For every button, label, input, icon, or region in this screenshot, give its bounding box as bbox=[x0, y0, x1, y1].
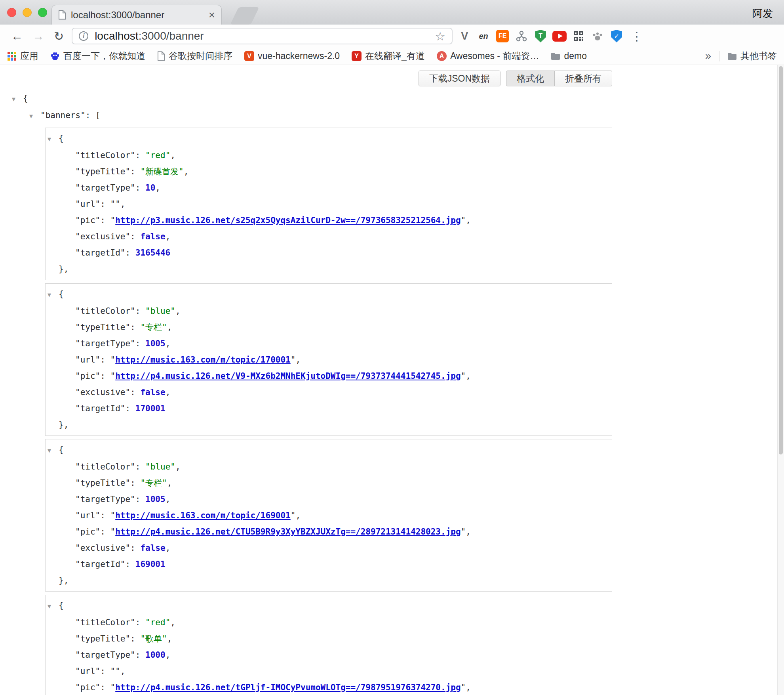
scrollbar-thumb[interactable] bbox=[779, 66, 783, 454]
json-object-close-line: }, bbox=[46, 417, 612, 433]
fe-extension-icon[interactable]: FE bbox=[495, 29, 510, 43]
json-key: typeTitle bbox=[75, 478, 130, 488]
url-text[interactable]: localhost:3000/banner bbox=[95, 30, 435, 42]
quote: " bbox=[461, 371, 466, 381]
json-url-link[interactable]: http://p4.music.126.net/tGPljf-IMOCyPvum… bbox=[115, 683, 461, 692]
network-nodes-icon bbox=[516, 30, 527, 42]
awesomes-badge-icon: A bbox=[437, 51, 447, 61]
reload-button[interactable]: ↻ bbox=[54, 29, 64, 43]
bookmark-apps[interactable]: 应用 bbox=[7, 50, 38, 62]
bookmark-vue-hackernews[interactable]: V vue-hackernews-2.0 bbox=[244, 51, 340, 61]
collapse-toggle-icon[interactable]: ▼ bbox=[48, 287, 59, 303]
bookmark-google-sort[interactable]: 谷歌按时间排序 bbox=[157, 50, 232, 62]
json-key: url bbox=[75, 666, 100, 676]
bookmarks-overflow-icon[interactable]: » bbox=[705, 50, 711, 62]
vue-badge-icon: V bbox=[244, 51, 254, 61]
browser-toolbar: ← → ↻ i localhost:3000/banner ☆ V en FE … bbox=[0, 25, 784, 48]
json-string-value: red bbox=[145, 618, 170, 627]
qr-code-extension-icon[interactable] bbox=[571, 29, 586, 43]
colon: : bbox=[100, 511, 110, 520]
json-url-link[interactable]: http://music.163.com/m/topic/170001 bbox=[115, 355, 291, 365]
vimium-extension-icon[interactable]: V bbox=[457, 29, 472, 43]
maximize-window-button[interactable] bbox=[38, 8, 47, 17]
json-field-line: targetType: 1005, bbox=[46, 491, 612, 508]
org-chart-extension-icon[interactable] bbox=[514, 29, 529, 43]
json-key: targetId bbox=[75, 404, 125, 413]
collapse-all-button[interactable]: 折叠所有 bbox=[555, 71, 612, 86]
address-bar[interactable]: i localhost:3000/banner ☆ bbox=[72, 28, 453, 44]
json-key: pic bbox=[75, 371, 100, 381]
vertical-scrollbar bbox=[777, 65, 784, 695]
banner-object-box: ▼{titleColor: red,typeTitle: 歌单,targetTy… bbox=[45, 595, 612, 695]
bookmarks-bar: 应用 百度一下，你就知道 谷歌按时间排序 V vue-hackernews-2.… bbox=[0, 48, 784, 65]
back-button[interactable]: ← bbox=[11, 29, 23, 43]
paw-extension-icon[interactable] bbox=[590, 29, 605, 43]
quote: " bbox=[461, 216, 466, 225]
new-tab-button[interactable] bbox=[230, 7, 259, 25]
json-banners-line: ▼banners: [ bbox=[23, 107, 776, 124]
download-json-button[interactable]: 下载JSON数据 bbox=[419, 71, 500, 86]
quote: " bbox=[461, 527, 466, 537]
json-empty-string-value: "" bbox=[110, 199, 120, 209]
browser-profile-name[interactable]: 阿发 bbox=[752, 7, 773, 21]
json-url-link[interactable]: http://p3.music.126.net/s25q2x5QyqsAzilC… bbox=[115, 216, 461, 225]
bookmark-youdao-translate[interactable]: Y 在线翻译_有道 bbox=[352, 50, 425, 62]
qr-code-icon bbox=[573, 31, 584, 42]
bookmark-star-icon[interactable]: ☆ bbox=[435, 29, 445, 43]
json-url-link[interactable]: http://p4.music.126.net/CTU5B9R9y3XyYBZX… bbox=[115, 527, 461, 537]
quote: " bbox=[110, 371, 116, 381]
colon: : bbox=[135, 339, 145, 348]
forward-button[interactable]: → bbox=[32, 29, 44, 43]
colon: : bbox=[125, 559, 135, 569]
json-key: pic bbox=[75, 683, 100, 692]
collapse-toggle-icon[interactable]: ▼ bbox=[48, 443, 59, 459]
json-field-line: targetId: 169001 bbox=[46, 556, 612, 573]
json-key: url bbox=[75, 511, 100, 520]
json-url-link[interactable]: http://p4.music.126.net/V9-MXz6b2MNhEKju… bbox=[115, 371, 461, 381]
json-key: titleColor bbox=[75, 618, 135, 627]
collapse-toggle-icon[interactable]: ▼ bbox=[48, 131, 59, 147]
bookmark-demo-folder[interactable]: demo bbox=[551, 51, 587, 61]
browser-menu-icon[interactable]: ⋮ bbox=[631, 29, 643, 43]
collapse-toggle-icon[interactable]: ▼ bbox=[12, 91, 23, 107]
close-window-button[interactable] bbox=[7, 8, 16, 17]
json-key: url bbox=[75, 199, 100, 209]
collapse-toggle-icon[interactable]: ▼ bbox=[29, 108, 40, 124]
translate-extension-icon[interactable]: en bbox=[476, 29, 491, 43]
json-string-value: blue bbox=[145, 306, 175, 316]
bookmark-awesomes[interactable]: A Awesomes - 前端资… bbox=[437, 50, 539, 62]
comma: , bbox=[466, 527, 471, 537]
close-brace: }, bbox=[59, 576, 69, 585]
json-field-line: pic: "http://p4.music.126.net/CTU5B9R9y3… bbox=[46, 524, 612, 540]
json-tree: ▼{ ▼banners: [ ▼{titleColor: red,typeTit… bbox=[0, 90, 776, 695]
json-object-open-line: ▼{ bbox=[46, 442, 612, 459]
colon: : bbox=[130, 323, 140, 332]
json-key: titleColor bbox=[75, 151, 135, 160]
other-bookmarks-folder[interactable]: 其他书签 bbox=[727, 50, 777, 62]
green-shield-extension-icon[interactable]: T bbox=[533, 29, 548, 43]
browser-tab[interactable]: localhost:3000/banner × bbox=[51, 5, 222, 25]
tab-title: localhost:3000/banner bbox=[71, 10, 205, 21]
format-button[interactable]: 格式化 bbox=[506, 71, 555, 86]
comma: , bbox=[167, 634, 172, 643]
youtube-extension-icon[interactable] bbox=[552, 29, 567, 43]
banner-object-box: ▼{titleColor: blue,typeTitle: 专栏,targetT… bbox=[45, 283, 612, 436]
fe-badge: FE bbox=[496, 30, 509, 42]
bookmark-label: 应用 bbox=[20, 50, 38, 62]
collapse-toggle-icon[interactable]: ▼ bbox=[48, 598, 59, 615]
security-shield-extension-icon[interactable]: ✓ bbox=[609, 29, 624, 43]
bookmark-baidu[interactable]: 百度一下，你就知道 bbox=[50, 50, 145, 62]
json-boolean-value: false bbox=[140, 388, 165, 397]
tab-close-icon[interactable]: × bbox=[209, 9, 215, 21]
array-open: : [ bbox=[86, 111, 101, 120]
close-brace: }, bbox=[59, 420, 69, 430]
minimize-window-button[interactable] bbox=[23, 8, 32, 17]
colon: : bbox=[135, 650, 145, 660]
page-info-icon[interactable]: i bbox=[79, 31, 88, 41]
comma: , bbox=[167, 478, 172, 488]
json-number-value: 1000 bbox=[145, 650, 166, 660]
json-url-link[interactable]: http://music.163.com/m/topic/169001 bbox=[115, 511, 291, 520]
json-empty-string-value: "" bbox=[110, 666, 120, 676]
json-key: targetType bbox=[75, 183, 135, 193]
open-brace: { bbox=[59, 445, 64, 454]
